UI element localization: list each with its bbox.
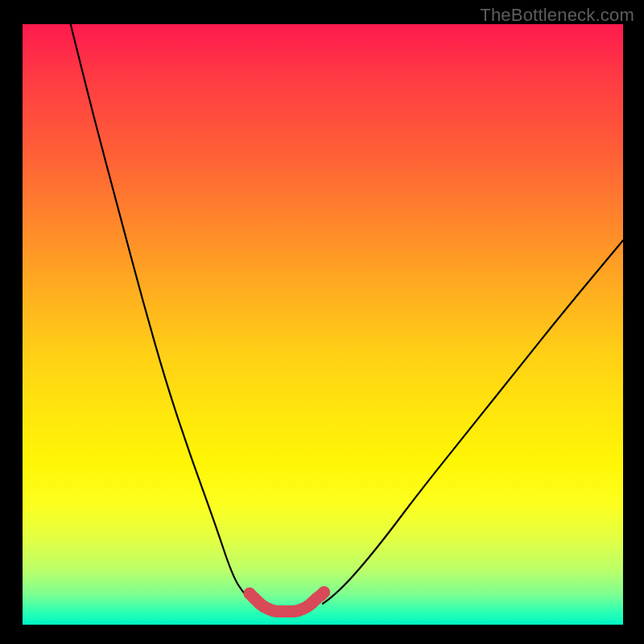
basin-dot (318, 586, 330, 598)
left-branch-curve (71, 24, 254, 604)
watermark-text: TheBottleneck.com (480, 5, 634, 26)
plot-area (23, 24, 623, 625)
right-branch-curve (323, 241, 623, 604)
chart-container: TheBottleneck.com (0, 0, 644, 644)
chart-svg (23, 24, 623, 625)
